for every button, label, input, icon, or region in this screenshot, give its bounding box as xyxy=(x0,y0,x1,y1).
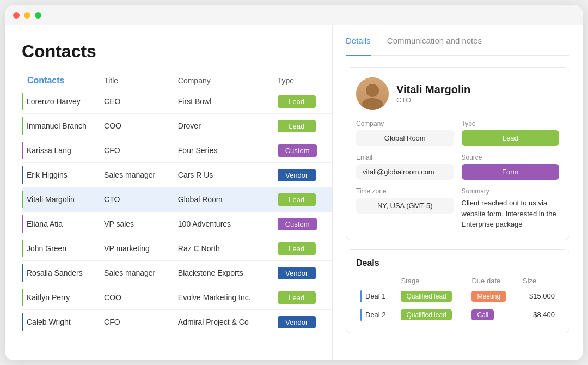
cell-title: VP marketing xyxy=(99,236,173,261)
deal-size-cell: $15,000 xyxy=(518,287,559,306)
row-indicator xyxy=(22,313,23,331)
deal-stage-badge: Qualified lead xyxy=(401,309,451,320)
source-field: Source Form xyxy=(462,154,560,180)
deal-indicator xyxy=(360,309,362,321)
type-value: Lead xyxy=(462,130,560,146)
right-panel: Details Communication and notes Vitali M… xyxy=(332,25,583,360)
source-value: Form xyxy=(462,164,560,180)
deals-card: Deals Stage Due date Size Deal 1 xyxy=(346,249,569,333)
table-row[interactable]: Immanuel Branch COO Drover Lead xyxy=(22,114,332,138)
contact-name-cell: Kaitlyn Perry xyxy=(27,293,70,302)
email-label: Email xyxy=(356,154,454,161)
timezone-label: Time zone xyxy=(356,187,454,195)
table-row[interactable]: Erik Higgins Sales manager Cars R Us Ven… xyxy=(22,163,332,187)
table-row[interactable]: Caleb Wright CFO Admiral Project & Co Ve… xyxy=(22,310,332,334)
cell-company: Four Series xyxy=(173,138,272,163)
summary-label: Summary xyxy=(462,187,560,195)
type-badge: Custom xyxy=(278,218,317,230)
tab-details[interactable]: Details xyxy=(346,36,371,56)
cell-type: Vendor xyxy=(272,310,332,334)
deals-col-due: Due date xyxy=(467,275,518,287)
type-badge: Custom xyxy=(278,144,317,157)
cell-name: Caleb Wright xyxy=(22,310,99,334)
minimize-button[interactable] xyxy=(24,12,30,19)
cell-company: Blackstone Exports xyxy=(173,261,272,285)
row-indicator xyxy=(22,240,23,257)
table-row[interactable]: Rosalia Sanders Sales manager Blackstone… xyxy=(22,261,332,285)
summary-field: Summary Client reached out to us via web… xyxy=(462,187,560,230)
cell-company: Evolve Marketing Inc. xyxy=(173,285,272,310)
cell-company: 100 Adventures xyxy=(173,212,272,236)
cell-name: Lorenzo Harvey xyxy=(22,89,99,114)
left-panel: Contacts Contacts Title Company Type Lor… xyxy=(5,25,332,360)
cell-title: COO xyxy=(99,114,173,138)
app-window: Contacts Contacts Title Company Type Lor… xyxy=(5,5,583,360)
type-badge: Lead xyxy=(278,120,316,132)
deal-name-label: Deal 2 xyxy=(365,311,386,319)
close-button[interactable] xyxy=(13,12,20,19)
deal-due-badge: Meeting xyxy=(471,291,506,302)
deal-row[interactable]: Deal 1 Qualified lead Meeting $15,000 xyxy=(356,287,559,306)
table-row[interactable]: Karissa Lang CFO Four Series Custom xyxy=(22,138,332,163)
cell-title: CTO xyxy=(99,187,173,212)
col-header-contacts: Contacts xyxy=(22,72,99,89)
cell-type: Lead xyxy=(272,285,332,310)
contact-name-cell: Lorenzo Harvey xyxy=(27,97,81,106)
type-field: Type Lead xyxy=(462,120,560,146)
cell-company: Admiral Project & Co xyxy=(173,310,272,334)
cell-title: VP sales xyxy=(99,212,173,236)
cell-title: Sales manager xyxy=(99,163,173,187)
deal-due-cell: Meeting xyxy=(467,287,518,306)
email-value: vitali@globalroom.com xyxy=(356,164,454,180)
deal-due-badge: Call xyxy=(471,309,494,320)
type-badge: Vendor xyxy=(278,169,316,181)
contact-name: Vitali Margolin xyxy=(396,83,470,96)
cell-company: First Bowl xyxy=(173,89,272,114)
deals-table: Stage Due date Size Deal 1 Qualified lea… xyxy=(356,275,559,324)
page-title: Contacts xyxy=(22,41,332,62)
table-row[interactable]: Vitali Margolin CTO Global Room Lead xyxy=(22,187,332,212)
deal-name-cell: Deal 1 xyxy=(356,287,396,306)
table-row[interactable]: John Green VP marketing Raz C North Lead xyxy=(22,236,332,261)
cell-name: Vitali Margolin xyxy=(22,187,99,212)
row-indicator xyxy=(22,215,23,233)
window-content: Contacts Contacts Title Company Type Lor… xyxy=(5,25,583,360)
timezone-value: NY, USA (GMT-5) xyxy=(356,198,454,214)
cell-title: CFO xyxy=(99,310,173,334)
table-row[interactable]: Eliana Atia VP sales 100 Adventures Cust… xyxy=(22,212,332,236)
type-badge: Lead xyxy=(278,242,316,255)
source-label: Source xyxy=(462,154,560,161)
summary-value: Client reached out to us via website for… xyxy=(462,198,560,230)
deal-stage-cell: Qualified lead xyxy=(396,287,467,306)
cell-type: Lead xyxy=(272,89,332,114)
deal-name-label: Deal 1 xyxy=(365,292,386,300)
row-indicator xyxy=(22,142,23,159)
cell-name: Immanuel Branch xyxy=(22,114,99,138)
maximize-button[interactable] xyxy=(35,12,41,19)
email-field: Email vitali@globalroom.com xyxy=(356,154,454,180)
type-badge: Lead xyxy=(278,291,316,304)
cell-company: Cars R Us xyxy=(173,163,272,187)
deal-row[interactable]: Deal 2 Qualified lead Call $8,400 xyxy=(356,306,559,324)
cell-type: Lead xyxy=(272,114,332,138)
deal-due-cell: Call xyxy=(467,306,518,324)
col-header-title: Title xyxy=(99,72,173,89)
avatar xyxy=(356,77,389,110)
deal-size-cell: $8,400 xyxy=(518,306,559,324)
table-row[interactable]: Lorenzo Harvey CEO First Bowl Lead xyxy=(22,89,332,114)
row-indicator xyxy=(22,93,23,110)
cell-title: COO xyxy=(99,285,173,310)
cell-type: Vendor xyxy=(272,163,332,187)
cell-company: Drover xyxy=(173,114,272,138)
table-row[interactable]: Kaitlyn Perry COO Evolve Marketing Inc. … xyxy=(22,285,332,310)
tab-comm-notes[interactable]: Communication and notes xyxy=(387,36,482,50)
deals-col-size: Size xyxy=(518,275,559,287)
deals-title: Deals xyxy=(356,258,559,268)
deal-stage-cell: Qualified lead xyxy=(396,306,467,324)
cell-company: Global Room xyxy=(173,187,272,212)
cell-name: John Green xyxy=(22,236,99,261)
tabs-bar: Details Communication and notes xyxy=(346,36,569,56)
row-indicator xyxy=(22,117,23,135)
details-card: Vitali Margolin CTO Company Global Room … xyxy=(346,67,569,240)
contacts-table: Contacts Title Company Type Lorenzo Harv… xyxy=(22,72,332,334)
